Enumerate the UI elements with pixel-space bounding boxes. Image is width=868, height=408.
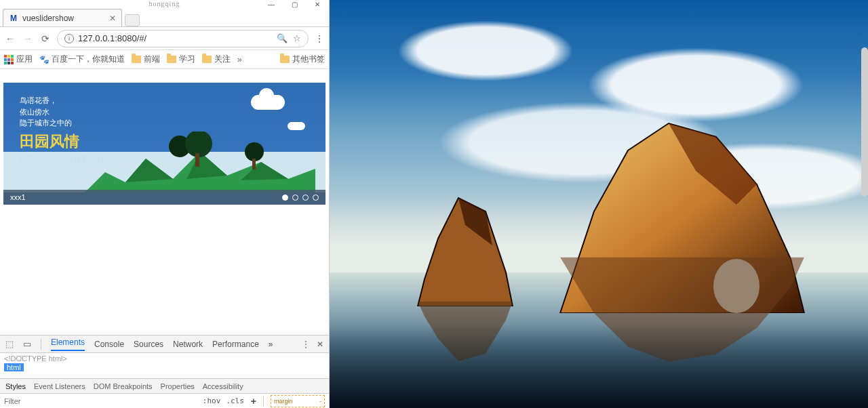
styles-tab-styles[interactable]: Styles — [5, 382, 26, 390]
styles-tab-properties[interactable]: Properties — [161, 382, 195, 390]
divider — [41, 339, 41, 350]
slide-footer: xxx1 — [3, 190, 326, 205]
inspect-element-icon[interactable]: ⬚ — [5, 339, 14, 349]
bookmark-other[interactable]: 其他书签 — [280, 54, 325, 65]
bookmark-baidu[interactable]: 🐾 百度一下，你就知道 — [39, 54, 125, 65]
styles-tab-accessibility[interactable]: Accessibility — [203, 382, 243, 390]
site-info-icon[interactable]: i — [64, 34, 74, 43]
tab-title: vueslidershow — [22, 14, 74, 23]
devtools-tab-sources[interactable]: Sources — [134, 340, 163, 349]
styles-new-rule-button[interactable]: + — [247, 396, 260, 407]
bookmark-label: 其他书签 — [292, 54, 325, 65]
bookmark-follow[interactable]: 关注 — [202, 54, 231, 65]
svg-rect-8 — [252, 159, 256, 169]
box-model-margin[interactable]: margin - — [271, 395, 325, 407]
devtools-styles-toolbar: :hov .cls + margin - — [0, 393, 329, 408]
address-bar[interactable]: i 127.0.0.1:8080/#/ 🔍 ☆ — [57, 30, 309, 47]
box-model-value: - — [319, 398, 321, 405]
carousel-dot[interactable] — [302, 195, 309, 201]
carousel-dot[interactable] — [282, 195, 288, 201]
folder-icon — [280, 56, 290, 63]
devtools-tab-network[interactable]: Network — [173, 340, 203, 349]
devtools-close-icon[interactable]: ✕ — [317, 340, 323, 349]
breadcrumb-html[interactable]: html — [4, 363, 24, 371]
favicon-icon: M — [9, 14, 18, 23]
window-titlebar: hongqing — ▢ ✕ — [0, 0, 329, 8]
bookmark-label: 学习 — [179, 54, 195, 65]
bookmark-study[interactable]: 学习 — [167, 54, 195, 65]
wallpaper-wet-sand — [330, 327, 868, 408]
bookmarks-overflow-button[interactable]: » — [237, 55, 242, 64]
carousel-dot[interactable] — [313, 195, 319, 201]
slide-text-block: 鸟语花香， 依山傍水 隐于城市之中的 田园风情 风景无限好，我家楼下有大树 — [20, 95, 108, 164]
slide-title: 田园风情 — [20, 130, 108, 152]
browser-menu-button[interactable]: ⋮ — [314, 33, 325, 44]
apps-grid-icon — [4, 55, 14, 64]
bookmark-star-icon[interactable]: ☆ — [293, 33, 301, 43]
window-minimize-button[interactable]: — — [260, 0, 283, 8]
bookmarks-bar: 应用 🐾 百度一下，你就知道 前端 学习 关注 » 其他书签 — [0, 50, 329, 69]
svg-rect-7 — [195, 153, 199, 167]
bookmark-frontend[interactable]: 前端 — [132, 54, 160, 65]
devtools-menu-icon[interactable]: ⋮ — [302, 340, 310, 349]
nav-reload-button[interactable]: ⟳ — [39, 33, 52, 45]
bookmark-label: 百度一下，你就知道 — [52, 54, 125, 65]
search-in-page-icon[interactable]: 🔍 — [277, 33, 288, 43]
devtools-tab-console[interactable]: Console — [94, 340, 124, 349]
folder-icon — [167, 56, 176, 63]
devtools-tab-performance[interactable]: Performance — [212, 340, 259, 349]
divider — [263, 396, 264, 407]
device-toolbar-icon[interactable]: ▭ — [23, 339, 31, 349]
desktop-wallpaper — [330, 0, 868, 408]
window-close-button[interactable]: ✕ — [306, 0, 329, 8]
browser-tab-active[interactable]: M vueslidershow ✕ — [3, 9, 122, 26]
styles-hov-toggle[interactable]: :hov — [200, 396, 224, 405]
slide-line: 鸟语花香， — [20, 95, 108, 106]
baidu-paw-icon: 🐾 — [39, 55, 49, 64]
styles-cls-toggle[interactable]: .cls — [223, 396, 247, 405]
slide-caption: xxx1 — [10, 193, 26, 201]
devtools-styles-tabs: Styles Event Listeners DOM Breakpoints P… — [0, 378, 329, 393]
window-user-label: hongqing — [149, 0, 180, 7]
bookmark-label: 应用 — [16, 54, 33, 65]
scrollbar-thumb[interactable] — [861, 47, 868, 197]
svg-marker-1 — [125, 159, 173, 182]
bookmark-apps[interactable]: 应用 — [4, 54, 33, 65]
doctype-text: <!DOCTYPE html> — [4, 354, 67, 363]
browser-tab-strip: M vueslidershow ✕ — [0, 8, 329, 27]
devtools-tab-bar: ⬚ ▭ Elements Console Sources Network Per… — [0, 335, 329, 353]
browser-window: hongqing — ▢ ✕ M vueslidershow ✕ ← → ⟳ i… — [0, 0, 330, 408]
carousel-dot[interactable] — [292, 195, 298, 201]
devtools-dom-tree[interactable]: <!DOCTYPE html> html — [0, 353, 329, 378]
cloud-icon — [251, 95, 285, 110]
styles-filter-input[interactable] — [0, 397, 81, 405]
browser-toolbar: ← → ⟳ i 127.0.0.1:8080/#/ 🔍 ☆ ⋮ — [0, 27, 329, 50]
slide-hill — [85, 131, 315, 192]
new-tab-button[interactable] — [125, 14, 140, 26]
folder-icon — [132, 56, 141, 63]
nav-forward-button[interactable]: → — [22, 33, 34, 45]
page-viewport: 鸟语花香， 依山傍水 隐于城市之中的 田园风情 风景无限好，我家楼下有大树 xx… — [0, 69, 329, 335]
devtools-tabs-overflow[interactable]: » — [269, 340, 273, 349]
slide-line: 依山傍水 — [20, 106, 108, 118]
slide-subtitle: 风景无限好，我家楼下有大树 — [20, 154, 108, 164]
styles-tab-dom-breakpoints[interactable]: DOM Breakpoints — [94, 382, 153, 390]
tab-close-icon[interactable]: ✕ — [109, 14, 116, 23]
folder-icon — [202, 56, 212, 63]
nav-back-button[interactable]: ← — [4, 33, 16, 45]
carousel-pagination — [282, 195, 319, 201]
wallpaper-rock-small — [404, 178, 519, 306]
bookmark-label: 前端 — [144, 54, 160, 65]
styles-tab-listeners[interactable]: Event Listeners — [34, 382, 85, 390]
slide-line: 隐于城市之中的 — [20, 117, 108, 129]
svg-point-6 — [245, 142, 264, 161]
cloud-icon — [288, 122, 305, 130]
box-model-label: margin — [274, 398, 293, 405]
devtools-tab-elements[interactable]: Elements — [51, 338, 85, 351]
devtools-panel: ⬚ ▭ Elements Console Sources Network Per… — [0, 335, 329, 408]
carousel-slide[interactable]: 鸟语花香， 依山傍水 隐于城市之中的 田园风情 风景无限好，我家楼下有大树 xx… — [3, 83, 326, 205]
url-text: 127.0.0.1:8080/#/ — [78, 33, 146, 43]
bookmark-label: 关注 — [214, 54, 231, 65]
window-maximize-button[interactable]: ▢ — [283, 0, 306, 8]
